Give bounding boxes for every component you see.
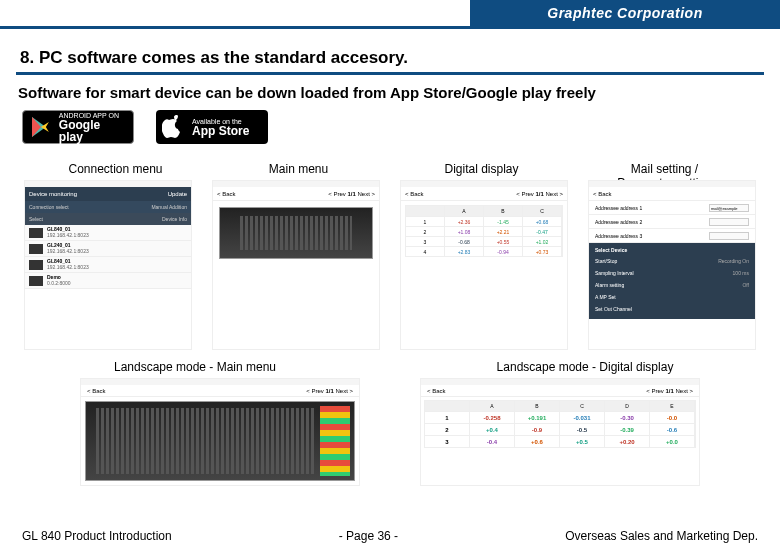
screen-digital: < Back< Prev 1/1 Next > ABC1+2.36-1.45+0… <box>400 180 568 350</box>
store-badges: ANDROID APP ONGoogle play Available on t… <box>22 110 268 144</box>
screen-connection: Device monitoringUpdate Connection selec… <box>24 180 192 350</box>
as-big: App Store <box>192 125 249 137</box>
screen-mail: < Back Addressee address 1mail@example A… <box>588 180 756 350</box>
footer-left: GL 840 Product Introduction <box>22 529 172 543</box>
screen-main: < Back< Prev 1/1 Next > <box>212 180 380 350</box>
landscape-screens: < Back< Prev 1/1 Next > < Back< Prev 1/1… <box>80 378 700 486</box>
device-image-land <box>85 401 355 481</box>
gp-big: Google play <box>59 119 127 143</box>
google-play-icon <box>29 115 53 139</box>
section-title: 8. PC software comes as the standard acc… <box>20 48 408 68</box>
caption-land-digital: Landscape mode - Digital display <box>390 360 780 374</box>
landscape-captions: Landscape mode - Main menu Landscape mod… <box>0 360 780 374</box>
subtitle: Software for smart device can be down lo… <box>18 84 596 101</box>
screen-land-digital: < Back< Prev 1/1 Next > ABCDE1-0.258+0.1… <box>420 378 700 486</box>
title-underline <box>16 72 764 75</box>
app-store-badge: Available on theApp Store <box>156 110 268 144</box>
caption-land-main: Landscape mode - Main menu <box>0 360 390 374</box>
brand-bar: Graphtec Corporation <box>470 0 780 26</box>
portrait-screens: Device monitoringUpdate Connection selec… <box>24 180 756 350</box>
page-footer: GL 840 Product Introduction - Page 36 - … <box>0 529 780 543</box>
screen-land-main: < Back< Prev 1/1 Next > <box>80 378 360 486</box>
footer-right: Overseas Sales and Marketing Dep. <box>565 529 758 543</box>
google-play-badge: ANDROID APP ONGoogle play <box>22 110 134 144</box>
device-image <box>219 207 373 259</box>
footer-center: - Page 36 - <box>339 529 398 543</box>
top-divider <box>0 26 780 29</box>
apple-icon <box>162 115 186 139</box>
